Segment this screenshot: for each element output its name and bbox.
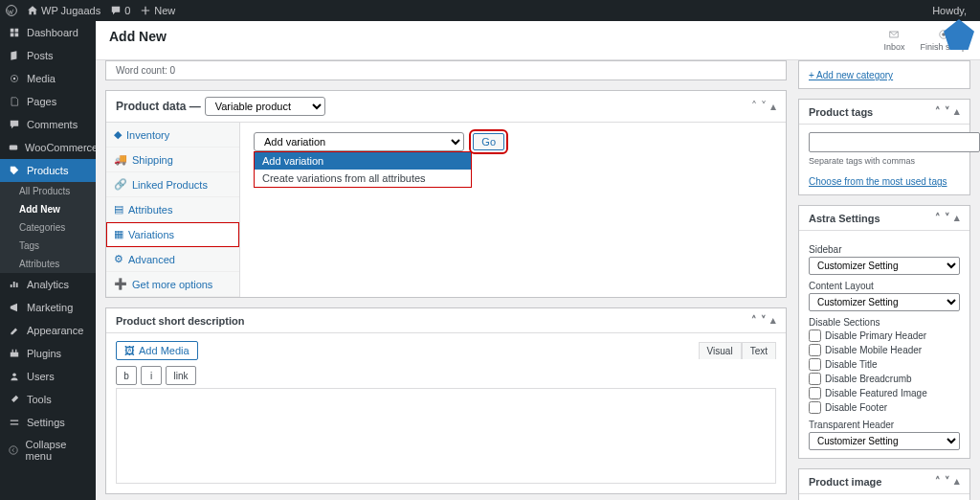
tab-inventory[interactable]: ◆Inventory: [106, 123, 239, 148]
svg-rect-3: [10, 146, 17, 150]
disable-mobile-header[interactable]: [809, 344, 821, 356]
comments-count[interactable]: 0: [110, 5, 130, 16]
short-description-box: Product short description ˄˅▴ 🖼Add Media…: [105, 307, 787, 494]
new-content[interactable]: New: [140, 5, 175, 16]
submenu-all-products[interactable]: All Products: [0, 182, 96, 200]
toggle-icon[interactable]: ▴: [770, 314, 776, 327]
tab-linked-products[interactable]: 🔗Linked Products: [106, 172, 239, 197]
bold-button[interactable]: b: [116, 366, 137, 385]
content-layout-label: Content Layout: [809, 281, 960, 291]
product-tags-title: Product tags: [809, 106, 873, 118]
menu-plugins[interactable]: Plugins: [0, 342, 96, 365]
variation-action-select[interactable]: Add variation: [254, 132, 464, 151]
menu-comments[interactable]: Comments: [0, 113, 96, 136]
menu-dashboard[interactable]: Dashboard: [0, 21, 96, 44]
product-image-box: Product image˄˅▴ Set product image: [798, 468, 970, 500]
svg-point-2: [13, 78, 15, 80]
option-add-variation[interactable]: Add variation: [255, 152, 471, 170]
menu-pages[interactable]: Pages: [0, 90, 96, 113]
toggle-icon[interactable]: ▴: [770, 100, 776, 113]
product-data-box: Product data — Variable product ˄ ˅ ▴ ◆I…: [105, 90, 787, 298]
editor-tab-visual[interactable]: Visual: [699, 342, 742, 359]
word-count: Word count: 0: [106, 61, 786, 80]
link-button[interactable]: link: [166, 366, 196, 385]
menu-settings[interactable]: Settings: [0, 411, 96, 434]
disable-primary-header[interactable]: [809, 330, 821, 342]
tab-get-more[interactable]: ➕Get more options: [106, 272, 239, 297]
disable-sections-label: Disable Sections: [809, 317, 960, 328]
content-layout-select[interactable]: Customizer Setting: [809, 293, 960, 311]
sidebar-select[interactable]: Customizer Setting: [809, 257, 960, 275]
menu-media[interactable]: Media: [0, 67, 96, 90]
menu-appearance[interactable]: Appearance: [0, 319, 96, 342]
inbox-button[interactable]: Inbox: [883, 29, 904, 52]
submenu-tags[interactable]: Tags: [0, 237, 96, 255]
menu-users[interactable]: Users: [0, 365, 96, 388]
editor-tab-text[interactable]: Text: [742, 342, 776, 359]
admin-bar: WP Jugaads 0 New Howdy,: [0, 0, 980, 21]
submenu-categories[interactable]: Categories: [0, 218, 96, 237]
option-create-from-attributes[interactable]: Create variations from all attributes: [255, 170, 471, 187]
tab-variations[interactable]: ▦Variations: [106, 222, 239, 247]
page-title: Add New: [109, 29, 167, 44]
astra-settings-box: Astra Settings˄˅▴ Sidebar Customizer Set…: [798, 205, 970, 459]
menu-analytics[interactable]: Analytics: [0, 273, 96, 296]
product-type-select[interactable]: Variable product: [205, 97, 325, 116]
tags-note: Separate tags with commas: [809, 156, 960, 166]
svg-point-4: [12, 373, 16, 376]
site-name[interactable]: WP Jugaads: [27, 5, 100, 16]
menu-marketing[interactable]: Marketing: [0, 296, 96, 319]
transparent-header-label: Transparent Header: [809, 420, 960, 430]
product-data-label: Product data —: [116, 100, 201, 113]
disable-title[interactable]: [809, 358, 821, 371]
chevron-down-icon[interactable]: ˅: [761, 314, 767, 327]
tab-attributes[interactable]: ▤Attributes: [106, 197, 239, 222]
submenu-attributes[interactable]: Attributes: [0, 255, 96, 273]
wp-logo[interactable]: [6, 5, 17, 16]
tag-input[interactable]: [809, 132, 980, 152]
menu-woocommerce[interactable]: WooCommerce: [0, 136, 96, 159]
italic-button[interactable]: i: [141, 366, 162, 385]
astra-title: Astra Settings: [809, 213, 880, 224]
sidebar-label: Sidebar: [809, 244, 960, 255]
collapse-menu[interactable]: Collapse menu: [0, 434, 96, 466]
menu-tools[interactable]: Tools: [0, 388, 96, 411]
submenu-add-new[interactable]: Add New: [0, 200, 96, 218]
chevron-up-icon[interactable]: ˄: [751, 100, 757, 113]
tab-shipping[interactable]: 🚚Shipping: [106, 148, 239, 172]
categories-box: + Add new category: [798, 60, 970, 89]
admin-menu: Dashboard Posts Media Pages Comments Woo…: [0, 21, 96, 500]
transparent-header-select[interactable]: Customizer Setting: [809, 432, 960, 450]
choose-used-tags-link[interactable]: Choose from the most used tags: [809, 176, 947, 187]
short-desc-textarea[interactable]: [116, 388, 776, 484]
disable-footer[interactable]: [809, 401, 821, 414]
go-button[interactable]: Go: [473, 133, 504, 150]
menu-posts[interactable]: Posts: [0, 44, 96, 67]
disable-breadcrumb[interactable]: [809, 373, 821, 385]
howdy[interactable]: Howdy,: [932, 5, 967, 16]
product-tags-box: Product tags˄˅▴ Add Separate tags with c…: [798, 99, 970, 195]
add-media-button[interactable]: 🖼Add Media: [116, 341, 198, 360]
short-desc-title: Product short description: [116, 315, 244, 327]
svg-point-5: [10, 446, 17, 454]
disable-featured-image[interactable]: [809, 387, 821, 399]
chevron-up-icon[interactable]: ˄: [751, 314, 757, 327]
add-new-category-link[interactable]: + Add new category: [809, 70, 893, 80]
chevron-down-icon[interactable]: ˅: [761, 100, 767, 113]
wordcount-box: Word count: 0: [105, 60, 787, 80]
menu-products[interactable]: Products: [0, 159, 96, 182]
product-image-title: Product image: [809, 476, 881, 488]
variation-dropdown: Add variation Create variations from all…: [254, 151, 472, 188]
tab-advanced[interactable]: ⚙Advanced: [106, 247, 239, 272]
